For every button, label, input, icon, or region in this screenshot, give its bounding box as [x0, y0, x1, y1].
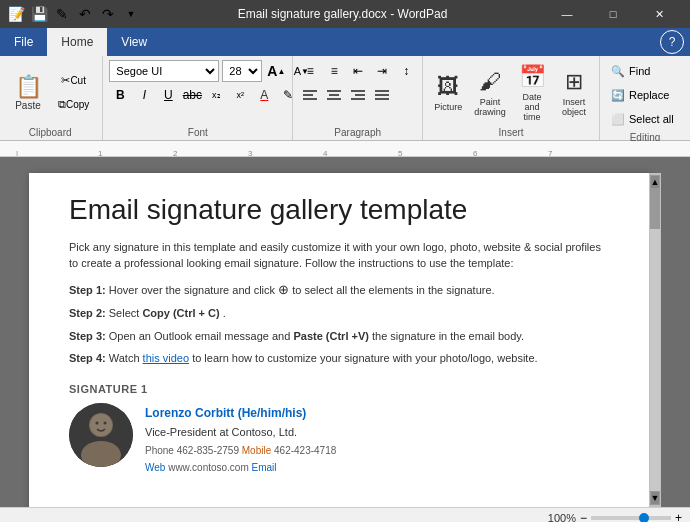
decrease-indent-button[interactable]: ⇤: [347, 60, 369, 82]
maximize-button[interactable]: □: [590, 0, 636, 28]
replace-button[interactable]: 🔄 Replace: [606, 84, 686, 106]
justify-icon: [375, 89, 389, 101]
document-page[interactable]: Email signature gallery template Pick an…: [29, 173, 649, 507]
select-all-button[interactable]: ⬜ Select all: [606, 108, 686, 130]
sig-name: Lorenzo Corbitt (He/him/his): [145, 403, 336, 423]
ruler: | 1 2 3 4 5 6 7: [0, 141, 690, 157]
signature-header: SIGNATURE 1: [69, 383, 609, 395]
web-label: Web: [145, 462, 165, 473]
line-spacing-button[interactable]: ↕: [395, 60, 417, 82]
svg-rect-4: [329, 94, 339, 96]
sig-contact: Phone 462-835-2759 Mobile 462-423-4718 W…: [145, 442, 336, 476]
phone-label: Phone: [145, 445, 174, 456]
object-icon: ⊞: [565, 69, 583, 95]
cut-button[interactable]: ✂ Cut: [53, 70, 94, 92]
help-button[interactable]: ?: [660, 30, 684, 54]
font-body: Segoe UI 28 A▲ A▼ B I U: [109, 60, 286, 125]
undo-quick-icon[interactable]: ↶: [75, 4, 95, 24]
object-label: Insertobject: [562, 97, 586, 117]
paste-button[interactable]: 📋 Paste: [6, 67, 50, 119]
ruler-mark-2: 1: [98, 149, 102, 158]
superscript-button[interactable]: x²: [229, 84, 251, 106]
paint-drawing-button[interactable]: 🖌 Paintdrawing: [471, 68, 509, 118]
step1-label: Step 1:: [69, 284, 106, 296]
align-center-button[interactable]: [323, 84, 345, 106]
window-controls: — □ ✕: [544, 0, 682, 28]
view-tab[interactable]: View: [107, 28, 161, 56]
zoom-minus-button[interactable]: −: [580, 511, 587, 523]
intro-paragraph: Pick any signature in this template and …: [69, 239, 609, 272]
step3-text: Open an Outlook email message and: [109, 330, 294, 342]
save-quick-icon[interactable]: 💾: [29, 4, 49, 24]
find-label: Find: [629, 65, 650, 77]
font-section: Segoe UI 28 A▲ A▼ B I U: [103, 56, 293, 140]
insert-body: 🖼 Picture 🖌 Paintdrawing 📅 Date andtime …: [429, 60, 593, 125]
font-family-select[interactable]: Segoe UI: [109, 60, 219, 82]
editing-body: 🔍 Find 🔄 Replace ⬜ Select all: [606, 60, 684, 130]
font-size-select[interactable]: 28: [222, 60, 262, 82]
copy-button[interactable]: ⧉ Copy: [53, 94, 94, 116]
align-left-button[interactable]: [299, 84, 321, 106]
picture-button[interactable]: 🖼 Picture: [429, 68, 467, 118]
align-right-icon: [351, 89, 365, 101]
bullets-button[interactable]: ≡: [299, 60, 321, 82]
numbering-button[interactable]: ≡: [323, 60, 345, 82]
ruler-mark-1: |: [16, 149, 18, 158]
svg-rect-2: [303, 98, 317, 100]
svg-rect-10: [375, 94, 389, 96]
date-time-button[interactable]: 📅 Date andtime: [513, 68, 551, 118]
cut-icon: ✂: [61, 74, 70, 87]
replace-icon: 🔄: [611, 89, 625, 102]
insert-object-button[interactable]: ⊞ Insertobject: [555, 68, 593, 118]
window-title: Email signature gallery.docx - WordPad: [141, 7, 544, 21]
select-all-icon: ⬜: [611, 113, 625, 126]
font-family-row: Segoe UI 28 A▲ A▼: [109, 60, 312, 82]
scroll-down-button[interactable]: ▼: [650, 491, 660, 505]
align-right-button[interactable]: [347, 84, 369, 106]
align-left-icon: [303, 89, 317, 101]
underline-button[interactable]: U: [157, 84, 179, 106]
bold-button[interactable]: B: [109, 84, 131, 106]
zoom-plus-button[interactable]: +: [675, 511, 682, 523]
title-bar-left: 📝 💾 ✎ ↶ ↷ ▼: [8, 4, 141, 24]
scrollbar[interactable]: ▲ ▼: [649, 173, 661, 507]
zoom-slider[interactable]: [591, 516, 671, 520]
file-menu[interactable]: File: [0, 28, 47, 56]
clipboard-section: 📋 Paste ✂ Cut ⧉ Copy Clipboard: [0, 56, 103, 140]
grow-font-button[interactable]: A▲: [265, 60, 287, 82]
paint-icon: 🖌: [479, 69, 501, 95]
increase-indent-button[interactable]: ⇥: [371, 60, 393, 82]
quick-access-toolbar: 💾 ✎ ↶ ↷ ▼: [29, 4, 141, 24]
signature-avatar: [69, 403, 133, 467]
paragraph-label: Paragraph: [299, 125, 416, 138]
svg-rect-1: [303, 94, 313, 96]
cut-label: Cut: [70, 75, 86, 86]
strikethrough-button[interactable]: abc: [181, 84, 203, 106]
home-tab[interactable]: Home: [47, 28, 107, 56]
minimize-button[interactable]: —: [544, 0, 590, 28]
grow-font-icon: A: [267, 63, 277, 79]
subscript-button[interactable]: x₂: [205, 84, 227, 106]
svg-rect-9: [375, 90, 389, 92]
ruler-mark-5: 4: [323, 149, 327, 158]
svg-rect-8: [351, 98, 365, 100]
status-bar: 100% − +: [0, 507, 690, 522]
redo-quick-icon[interactable]: ↷: [98, 4, 118, 24]
signature-info: Lorenzo Corbitt (He/him/his) Vice-Presid…: [145, 403, 336, 476]
edit-quick-icon[interactable]: ✎: [52, 4, 72, 24]
scroll-up-button[interactable]: ▲: [650, 175, 660, 189]
select-all-label: Select all: [629, 113, 674, 125]
ribbon: 📋 Paste ✂ Cut ⧉ Copy Clipboard: [0, 56, 690, 141]
scroll-thumb[interactable]: [650, 189, 660, 229]
scroll-track: [650, 189, 660, 491]
find-icon: 🔍: [611, 65, 625, 78]
step4b-text: to learn how to customize your signature…: [192, 352, 537, 364]
font-color-button[interactable]: A: [253, 84, 275, 106]
italic-button[interactable]: I: [133, 84, 155, 106]
this-video-link[interactable]: this video: [143, 352, 189, 364]
close-button[interactable]: ✕: [636, 0, 682, 28]
quick-access-dropdown[interactable]: ▼: [121, 4, 141, 24]
justify-button[interactable]: [371, 84, 393, 106]
svg-point-16: [96, 421, 99, 424]
find-button[interactable]: 🔍 Find: [606, 60, 686, 82]
